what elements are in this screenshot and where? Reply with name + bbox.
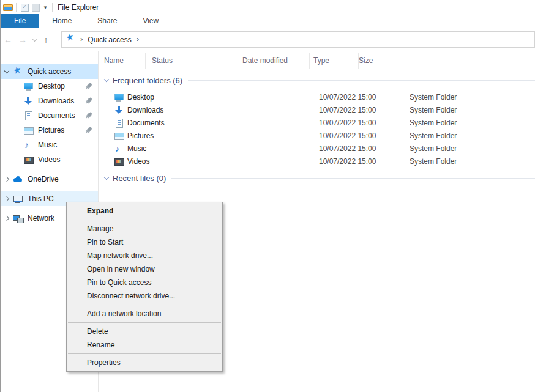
file-type-icon: [114, 144, 124, 153]
sidebar-item[interactable]: Desktop: [1, 79, 98, 94]
Documents[interactable]: Documents 10/07/2022 15:00 System Folder: [99, 116, 535, 129]
Desktop[interactable]: Desktop 10/07/2022 15:00 System Folder: [99, 91, 535, 103]
sidebar-item-icon: [23, 96, 33, 106]
toolbar-separator: [52, 3, 53, 12]
file-name: Downloads: [127, 106, 163, 114]
address-bar[interactable]: › Quick access ›: [61, 31, 535, 48]
file-date-modified: 10/07/2022 15:00: [313, 157, 406, 166]
Pictures[interactable]: Pictures 10/07/2022 15:00 System Folder: [99, 129, 535, 142]
sidebar-item-label: Quick access: [28, 67, 71, 76]
window-title: File Explorer: [58, 3, 99, 12]
file-type-icon: [114, 118, 124, 128]
expand-chevron-icon[interactable]: [5, 197, 13, 201]
file-type-icon: [114, 105, 124, 115]
context-menu-item[interactable]: Rename: [67, 338, 222, 352]
context-menu-item[interactable]: Pin to Start: [67, 235, 222, 249]
sidebar-item[interactable]: Music: [1, 138, 98, 152]
file-name-cell: Downloads: [99, 105, 266, 115]
file-name: Documents: [127, 119, 165, 127]
sidebar-item-icon: [13, 194, 23, 204]
file-name-cell: Pictures: [99, 131, 266, 141]
sidebar-item[interactable]: Videos: [1, 152, 98, 167]
file-date-modified: 10/07/2022 15:00: [313, 93, 406, 102]
back-arrow-icon[interactable]: ←: [1, 32, 15, 47]
context-menu-item[interactable]: [68, 305, 221, 305]
breadcrumb-quick-access-icon[interactable]: [65, 34, 75, 46]
context-menu-item[interactable]: Map network drive...: [67, 249, 222, 262]
file-type: System Folder: [406, 93, 477, 102]
context-menu-item[interactable]: Disconnect network drive...: [67, 289, 222, 303]
file-name-cell: Desktop: [99, 92, 266, 102]
new-folder-icon[interactable]: [30, 2, 41, 13]
collapse-chevron-icon[interactable]: [104, 76, 109, 81]
sidebar-item-label: Documents: [38, 111, 75, 120]
Music[interactable]: Music 10/07/2022 15:00 System Folder: [99, 142, 535, 155]
file-type: System Folder: [406, 106, 477, 114]
group-header-frequent-folders[interactable]: Frequent folders (6): [99, 75, 535, 86]
ribbon-tab[interactable]: View: [130, 14, 171, 28]
column-header[interactable]: Size: [359, 53, 373, 69]
collapse-chevron-icon[interactable]: [104, 174, 109, 179]
sidebar-item[interactable]: Pictures: [1, 123, 98, 138]
Downloads[interactable]: Downloads 10/07/2022 15:00 System Folder: [99, 103, 535, 116]
breadcrumb-separator-icon: ›: [132, 34, 144, 45]
forward-arrow-icon[interactable]: →: [15, 32, 30, 47]
context-menu-item[interactable]: Manage: [67, 222, 222, 235]
customize-toolbar-dropdown-icon[interactable]: ▾: [41, 2, 50, 13]
pin-icon[interactable]: [83, 109, 95, 122]
recent-locations-dropdown-icon[interactable]: [30, 38, 39, 41]
file-name-cell: Documents: [99, 118, 266, 128]
column-header[interactable]: Date modified: [239, 53, 310, 69]
file-name: Desktop: [127, 93, 154, 102]
file-name-cell: Music: [99, 144, 266, 153]
explorer-logo-icon: [2, 2, 13, 13]
file-name: Music: [127, 144, 146, 153]
toolbar-separator: [16, 3, 17, 12]
ribbon-tab-bar: File Home Share View: [1, 14, 535, 28]
context-menu-item[interactable]: [68, 322, 221, 323]
navigation-bar: ← → ↑ › Quick access ›: [1, 28, 535, 51]
column-header[interactable]: Type: [310, 53, 359, 69]
pin-icon[interactable]: [83, 80, 95, 92]
column-header[interactable]: Status: [146, 53, 239, 69]
sidebar-item[interactable]: Quick access: [1, 64, 98, 79]
context-menu-item[interactable]: Pin to Quick access: [67, 276, 222, 289]
properties-check-icon[interactable]: [19, 2, 30, 13]
file-type-icon: [114, 131, 124, 141]
ribbon-tab[interactable]: Share: [84, 14, 130, 28]
file-name-cell: Videos: [99, 157, 266, 166]
file-type: System Folder: [406, 144, 477, 153]
context-menu-item[interactable]: Open in new window: [67, 262, 222, 276]
pin-icon[interactable]: [83, 95, 95, 107]
sidebar-item[interactable]: Documents: [1, 108, 98, 123]
context-menu-item[interactable]: [68, 220, 221, 220]
sidebar-item-icon: [23, 140, 33, 150]
sidebar-item[interactable]: OneDrive: [1, 172, 98, 187]
column-header[interactable]: Name: [99, 53, 146, 69]
file-type-icon: [114, 157, 124, 166]
file-date-modified: 10/07/2022 15:00: [313, 119, 406, 127]
ribbon-tab[interactable]: Home: [39, 14, 84, 28]
breadcrumb-location[interactable]: Quick access: [88, 35, 131, 44]
pin-icon[interactable]: [83, 124, 95, 136]
expand-chevron-icon[interactable]: [5, 216, 13, 220]
ribbon-tab[interactable]: File: [1, 14, 39, 28]
context-menu-item[interactable]: Properties: [67, 356, 222, 369]
file-name: Pictures: [127, 131, 154, 140]
Videos[interactable]: Videos 10/07/2022 15:00 System Folder: [99, 155, 535, 168]
expand-chevron-icon[interactable]: [5, 177, 13, 181]
context-menu-item[interactable]: [68, 353, 221, 354]
expand-chevron-icon[interactable]: [5, 71, 13, 73]
group-header-recent-files[interactable]: Recent files (0): [99, 172, 535, 183]
context-menu-item[interactable]: Expand: [67, 204, 222, 218]
file-date-modified: 10/07/2022 15:00: [313, 131, 406, 140]
title-bar: ▾ File Explorer: [1, 0, 535, 14]
file-explorer-window: ▾ File Explorer File Home Share View ← →…: [0, 0, 535, 392]
context-menu: Expand Manage Pin to Start Map network d…: [66, 202, 223, 372]
up-arrow-icon[interactable]: ↑: [39, 32, 53, 47]
context-menu-item[interactable]: Delete: [67, 325, 222, 338]
context-menu-item[interactable]: Add a network location: [67, 307, 222, 320]
sidebar-item-icon: [23, 155, 33, 165]
sidebar-item[interactable]: Downloads: [1, 94, 98, 108]
group-label: Recent files (0): [113, 174, 166, 183]
